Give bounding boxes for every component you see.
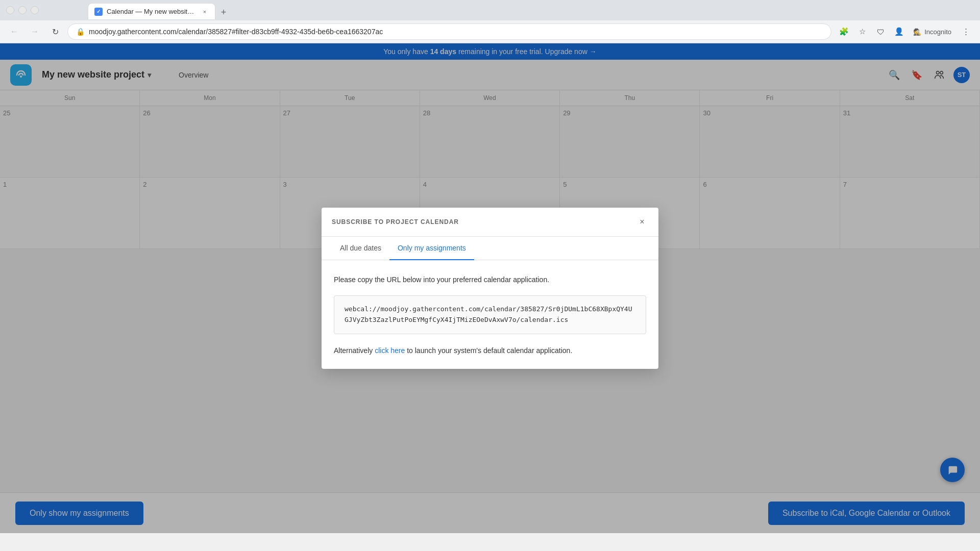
tab-favicon: ✓ bbox=[94, 8, 103, 16]
modal-header: SUBSCRIBE TO PROJECT CALENDAR × bbox=[322, 208, 658, 237]
new-tab-button[interactable]: + bbox=[216, 5, 231, 19]
forward-button[interactable]: → bbox=[27, 23, 43, 40]
url-text: moodjoy.gathercontent.com/calendar/38582… bbox=[89, 28, 823, 36]
tab-only-my-assignments[interactable]: Only my assignments bbox=[389, 237, 474, 260]
tab-all-due-dates[interactable]: All due dates bbox=[332, 237, 389, 260]
address-bar: ← → ↻ 🔒 moodjoy.gathercontent.com/calend… bbox=[0, 20, 980, 43]
modal-footer-text: Alternatively click here to launch your … bbox=[334, 346, 646, 355]
profile-button[interactable]: 👤 bbox=[891, 23, 907, 40]
menu-button[interactable]: ⋮ bbox=[958, 23, 974, 40]
alt-text-before: Alternatively bbox=[334, 346, 375, 355]
browser-actions: 🧩 ☆ 🛡 👤 🕵 Incognito ⋮ bbox=[836, 23, 974, 40]
modal-title: SUBSCRIBE TO PROJECT CALENDAR bbox=[332, 218, 459, 226]
app-container: You only have 14 days remaining in your … bbox=[0, 43, 980, 533]
modal-tabs: All due dates Only my assignments bbox=[322, 237, 658, 260]
modal-instruction: Please copy the URL below into your pref… bbox=[334, 274, 646, 285]
browser-chrome: — □ × ✓ Calendar — My new website p × + … bbox=[0, 0, 980, 43]
calendar-url-box[interactable]: webcal://moodjoy.gathercontent.com/calen… bbox=[334, 295, 646, 334]
incognito-label: Incognito bbox=[924, 28, 951, 36]
window-close-button[interactable]: × bbox=[31, 6, 39, 14]
modal-close-button[interactable]: × bbox=[636, 216, 648, 228]
browser-titlebar: — □ × ✓ Calendar — My new website p × + bbox=[0, 0, 980, 20]
click-here-link[interactable]: click here bbox=[375, 346, 405, 355]
incognito-icon: 🕵 bbox=[913, 28, 921, 36]
reload-button[interactable]: ↻ bbox=[47, 23, 63, 40]
tab-bar: ✓ Calendar — My new website p × + bbox=[47, 1, 231, 19]
extensions-button[interactable]: 🧩 bbox=[836, 23, 852, 40]
subscribe-modal: SUBSCRIBE TO PROJECT CALENDAR × All due … bbox=[322, 208, 658, 369]
browser-tab[interactable]: ✓ Calendar — My new website p × bbox=[88, 3, 215, 19]
url-bar[interactable]: 🔒 moodjoy.gathercontent.com/calendar/385… bbox=[67, 23, 831, 40]
minimize-button[interactable]: — bbox=[6, 6, 14, 14]
shield-icon[interactable]: 🛡 bbox=[872, 23, 889, 40]
bookmark-button[interactable]: ☆ bbox=[854, 23, 870, 40]
alt-text-after: to launch your system's default calendar… bbox=[407, 346, 572, 355]
lock-icon: 🔒 bbox=[76, 28, 85, 36]
modal-body: Please copy the URL below into your pref… bbox=[322, 260, 658, 369]
modal-backdrop[interactable]: SUBSCRIBE TO PROJECT CALENDAR × All due … bbox=[0, 43, 980, 533]
tab-title: Calendar — My new website p bbox=[107, 8, 197, 15]
window-controls: — □ × bbox=[6, 6, 39, 14]
maximize-button[interactable]: □ bbox=[18, 6, 27, 14]
incognito-badge: 🕵 Incognito bbox=[909, 28, 955, 36]
back-button[interactable]: ← bbox=[6, 23, 22, 40]
tab-close-button[interactable]: × bbox=[201, 8, 209, 16]
